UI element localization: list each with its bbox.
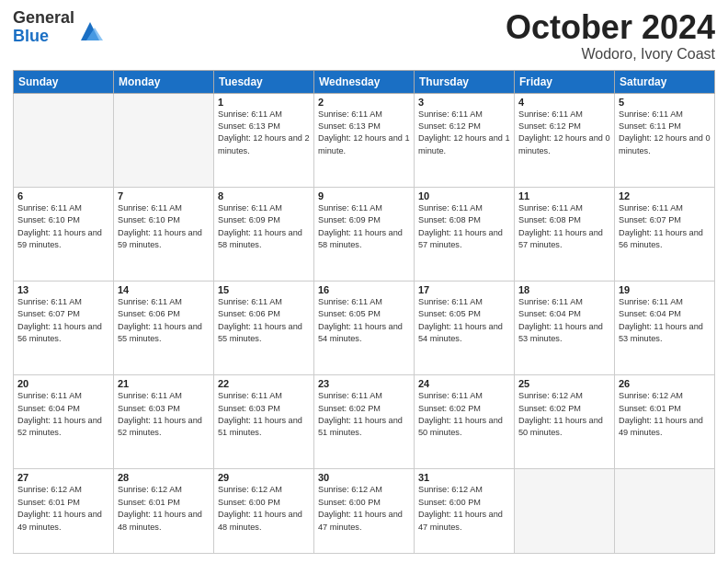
day-info: Sunrise: 6:11 AMSunset: 6:02 PMDaylight:… (318, 390, 410, 439)
week-row-4: 20Sunrise: 6:11 AMSunset: 6:04 PMDayligh… (14, 375, 715, 469)
calendar-cell: 1Sunrise: 6:11 AMSunset: 6:13 PMDaylight… (214, 93, 314, 187)
week-row-3: 13Sunrise: 6:11 AMSunset: 6:07 PMDayligh… (14, 282, 715, 375)
day-info: Sunrise: 6:11 AMSunset: 6:05 PMDaylight:… (418, 296, 510, 345)
day-number: 13 (17, 284, 109, 295)
day-info: Sunrise: 6:12 AMSunset: 6:00 PMDaylight:… (218, 484, 310, 533)
calendar-cell (615, 469, 715, 554)
calendar-cell: 6Sunrise: 6:11 AMSunset: 6:10 PMDaylight… (14, 187, 114, 281)
calendar-cell: 29Sunrise: 6:12 AMSunset: 6:00 PMDayligh… (214, 469, 314, 554)
day-info: Sunrise: 6:11 AMSunset: 6:04 PMDaylight:… (619, 296, 711, 345)
calendar-cell (114, 93, 214, 187)
day-number: 21 (118, 378, 210, 389)
logo-general: General (13, 9, 74, 28)
calendar-cell: 13Sunrise: 6:11 AMSunset: 6:07 PMDayligh… (14, 282, 114, 375)
day-number: 18 (518, 284, 610, 295)
day-info: Sunrise: 6:11 AMSunset: 6:08 PMDaylight:… (418, 202, 510, 251)
calendar-cell: 27Sunrise: 6:12 AMSunset: 6:01 PMDayligh… (14, 469, 114, 554)
calendar-cell: 18Sunrise: 6:11 AMSunset: 6:04 PMDayligh… (515, 282, 615, 375)
calendar-cell: 4Sunrise: 6:11 AMSunset: 6:12 PMDaylight… (515, 93, 615, 187)
calendar-cell: 15Sunrise: 6:11 AMSunset: 6:06 PMDayligh… (214, 282, 314, 375)
day-number: 24 (418, 378, 510, 389)
calendar-cell: 16Sunrise: 6:11 AMSunset: 6:05 PMDayligh… (314, 282, 415, 375)
day-number: 28 (118, 472, 210, 483)
week-row-1: 1Sunrise: 6:11 AMSunset: 6:13 PMDaylight… (14, 93, 715, 187)
month-title: October 2024 (506, 9, 715, 46)
calendar-cell: 7Sunrise: 6:11 AMSunset: 6:10 PMDaylight… (114, 187, 214, 281)
day-info: Sunrise: 6:11 AMSunset: 6:13 PMDaylight:… (318, 109, 410, 157)
day-info: Sunrise: 6:11 AMSunset: 6:12 PMDaylight:… (418, 109, 510, 157)
calendar-body: 1Sunrise: 6:11 AMSunset: 6:13 PMDaylight… (14, 93, 715, 553)
day-number: 14 (118, 284, 210, 295)
day-number: 23 (318, 378, 410, 389)
weekday-header-thursday: Thursday (415, 70, 515, 93)
day-number: 15 (218, 284, 310, 295)
day-info: Sunrise: 6:11 AMSunset: 6:05 PMDaylight:… (318, 296, 410, 345)
weekday-header-sunday: Sunday (14, 70, 114, 93)
calendar-cell: 31Sunrise: 6:12 AMSunset: 6:00 PMDayligh… (415, 469, 515, 554)
day-info: Sunrise: 6:12 AMSunset: 6:02 PMDaylight:… (518, 390, 610, 439)
day-info: Sunrise: 6:11 AMSunset: 6:04 PMDaylight:… (17, 390, 109, 439)
week-row-2: 6Sunrise: 6:11 AMSunset: 6:10 PMDaylight… (14, 187, 715, 281)
day-info: Sunrise: 6:12 AMSunset: 6:01 PMDaylight:… (17, 484, 109, 533)
day-number: 27 (17, 472, 109, 483)
day-info: Sunrise: 6:11 AMSunset: 6:04 PMDaylight:… (518, 296, 610, 345)
day-number: 11 (518, 190, 610, 201)
day-number: 8 (218, 190, 310, 201)
day-number: 9 (318, 190, 410, 201)
weekday-header-saturday: Saturday (615, 70, 715, 93)
day-number: 7 (118, 190, 210, 201)
day-number: 12 (619, 190, 711, 201)
calendar-cell: 22Sunrise: 6:11 AMSunset: 6:03 PMDayligh… (214, 375, 314, 469)
calendar-cell: 9Sunrise: 6:11 AMSunset: 6:09 PMDaylight… (314, 187, 415, 281)
logo-icon (77, 18, 103, 44)
day-number: 16 (318, 284, 410, 295)
day-info: Sunrise: 6:11 AMSunset: 6:11 PMDaylight:… (619, 109, 711, 157)
calendar-cell: 10Sunrise: 6:11 AMSunset: 6:08 PMDayligh… (415, 187, 515, 281)
day-number: 29 (218, 472, 310, 483)
day-number: 20 (17, 378, 109, 389)
logo: General Blue (13, 9, 103, 46)
calendar-cell: 2Sunrise: 6:11 AMSunset: 6:13 PMDaylight… (314, 93, 415, 187)
day-info: Sunrise: 6:11 AMSunset: 6:02 PMDaylight:… (418, 390, 510, 439)
calendar-cell: 19Sunrise: 6:11 AMSunset: 6:04 PMDayligh… (615, 282, 715, 375)
day-number: 31 (418, 472, 510, 483)
day-number: 30 (318, 472, 410, 483)
day-number: 5 (619, 97, 711, 108)
day-info: Sunrise: 6:11 AMSunset: 6:03 PMDaylight:… (118, 390, 210, 439)
day-info: Sunrise: 6:11 AMSunset: 6:09 PMDaylight:… (318, 202, 410, 251)
calendar-cell: 17Sunrise: 6:11 AMSunset: 6:05 PMDayligh… (415, 282, 515, 375)
day-info: Sunrise: 6:11 AMSunset: 6:08 PMDaylight:… (518, 202, 610, 251)
day-info: Sunrise: 6:11 AMSunset: 6:09 PMDaylight:… (218, 202, 310, 251)
day-number: 10 (418, 190, 510, 201)
weekday-header-row: SundayMondayTuesdayWednesdayThursdayFrid… (14, 70, 715, 93)
weekday-header-wednesday: Wednesday (314, 70, 415, 93)
subtitle: Wodoro, Ivory Coast (506, 46, 715, 63)
day-number: 22 (218, 378, 310, 389)
calendar-cell: 5Sunrise: 6:11 AMSunset: 6:11 PMDaylight… (615, 93, 715, 187)
calendar-cell (515, 469, 615, 554)
day-info: Sunrise: 6:12 AMSunset: 6:00 PMDaylight:… (318, 484, 410, 533)
calendar-cell: 24Sunrise: 6:11 AMSunset: 6:02 PMDayligh… (415, 375, 515, 469)
day-number: 2 (318, 97, 410, 108)
calendar-header: SundayMondayTuesdayWednesdayThursdayFrid… (14, 70, 715, 93)
calendar-cell: 21Sunrise: 6:11 AMSunset: 6:03 PMDayligh… (114, 375, 214, 469)
calendar-cell: 14Sunrise: 6:11 AMSunset: 6:06 PMDayligh… (114, 282, 214, 375)
day-number: 25 (518, 378, 610, 389)
day-number: 26 (619, 378, 711, 389)
day-number: 6 (17, 190, 109, 201)
day-number: 19 (619, 284, 711, 295)
calendar-cell: 28Sunrise: 6:12 AMSunset: 6:01 PMDayligh… (114, 469, 214, 554)
title-block: October 2024 Wodoro, Ivory Coast (506, 9, 715, 63)
day-number: 3 (418, 97, 510, 108)
weekday-header-monday: Monday (114, 70, 214, 93)
day-info: Sunrise: 6:11 AMSunset: 6:03 PMDaylight:… (218, 390, 310, 439)
header: General Blue October 2024 Wodoro, Ivory … (13, 9, 715, 63)
weekday-header-friday: Friday (515, 70, 615, 93)
logo-text: General Blue (13, 9, 74, 46)
calendar-cell (14, 93, 114, 187)
day-number: 17 (418, 284, 510, 295)
calendar-cell: 3Sunrise: 6:11 AMSunset: 6:12 PMDaylight… (415, 93, 515, 187)
calendar-cell: 8Sunrise: 6:11 AMSunset: 6:09 PMDaylight… (214, 187, 314, 281)
calendar-cell: 20Sunrise: 6:11 AMSunset: 6:04 PMDayligh… (14, 375, 114, 469)
calendar-cell: 25Sunrise: 6:12 AMSunset: 6:02 PMDayligh… (515, 375, 615, 469)
